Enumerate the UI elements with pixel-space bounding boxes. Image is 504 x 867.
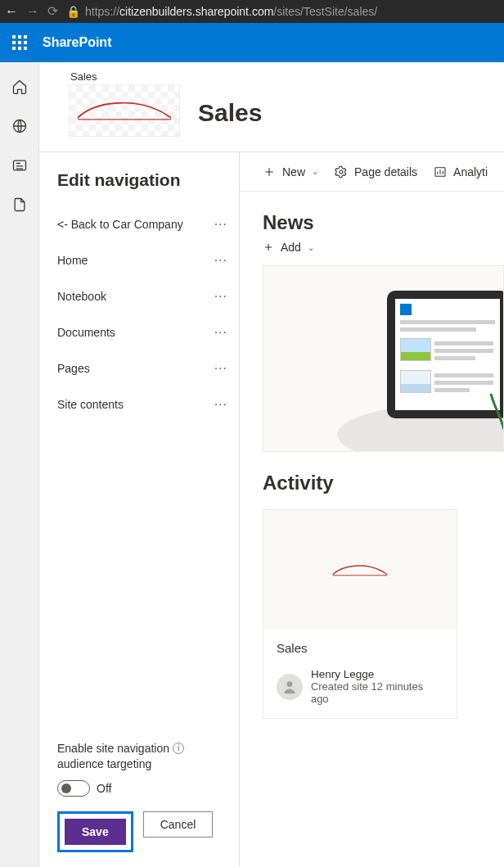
chevron-down-icon: ⌄ [308, 243, 314, 252]
news-icon[interactable] [11, 157, 28, 174]
nav-item-site-contents[interactable]: Site contents··· [57, 386, 232, 422]
audience-targeting-label: Enable site navigationaudience targeting… [57, 741, 232, 772]
more-icon[interactable]: ··· [214, 289, 232, 304]
car-logo-icon [331, 562, 389, 579]
nav-item-home[interactable]: Home··· [57, 242, 232, 278]
plus-icon [263, 165, 276, 178]
url-prefix: https:// [85, 5, 119, 18]
suite-brand[interactable]: SharePoint [39, 35, 111, 50]
more-icon[interactable]: ··· [214, 217, 232, 232]
app-launcher-icon[interactable] [0, 23, 39, 62]
more-icon[interactable]: ··· [214, 325, 232, 340]
nav-item-pages[interactable]: Pages··· [57, 350, 232, 386]
site-title: Sales [198, 99, 262, 127]
edit-nav-heading: Edit navigation [57, 170, 232, 190]
info-icon[interactable]: i [173, 743, 184, 754]
car-logo-icon [75, 96, 173, 125]
cancel-button[interactable]: Cancel [143, 811, 214, 838]
page-details-button[interactable]: Page details [335, 165, 417, 178]
site-logo[interactable] [69, 84, 180, 137]
activity-card[interactable]: Sales Henry Legge Created site 12 minute… [263, 509, 457, 719]
analytics-button[interactable]: Analyti [434, 165, 488, 178]
svg-point-4 [287, 681, 293, 687]
activity-card-title: Sales [277, 641, 443, 655]
nav-item-list: <- Back to Car Company··· Home··· Notebo… [57, 206, 232, 731]
url-host: citizenbuilders.sharepoint.com [119, 5, 273, 18]
save-button-highlight: Save [57, 811, 133, 852]
suite-header: SharePoint [0, 23, 504, 62]
chevron-down-icon: ⌄ [312, 167, 318, 176]
forward-icon[interactable]: → [26, 5, 39, 18]
toggle-state-label: Off [97, 782, 111, 795]
save-button[interactable]: Save [65, 819, 126, 845]
news-heading: News [263, 211, 504, 234]
address-bar[interactable]: 🔒 https://citizenbuilders.sharepoint.com… [66, 5, 499, 18]
more-icon[interactable]: ··· [214, 253, 232, 268]
activity-heading: Activity [263, 472, 504, 494]
svg-point-2 [340, 170, 343, 174]
avatar-icon [277, 674, 303, 700]
nav-item-notebook[interactable]: Notebook··· [57, 278, 232, 314]
activity-thumbnail [263, 510, 457, 630]
home-icon[interactable] [11, 79, 28, 95]
back-icon[interactable]: ← [5, 5, 18, 18]
gear-icon [335, 165, 348, 178]
app-rail [0, 62, 39, 867]
more-icon[interactable]: ··· [214, 361, 232, 376]
plant-illustration-icon [487, 377, 504, 443]
new-button[interactable]: New ⌄ [263, 165, 318, 178]
lock-icon: 🔒 [66, 5, 80, 18]
site-small-label: Sales [70, 70, 180, 83]
audience-targeting-toggle[interactable] [57, 780, 90, 797]
activity-subtitle: Created site 12 minutes ago [311, 680, 443, 705]
news-empty-illustration [263, 265, 504, 452]
globe-icon[interactable] [11, 118, 28, 134]
site-header: Sales Sales [39, 62, 504, 151]
nav-item-documents[interactable]: Documents··· [57, 314, 232, 350]
browser-toolbar: ← → ⟳ 🔒 https://citizenbuilders.sharepoi… [0, 0, 504, 23]
url-path: /sites/TestSite/sales/ [273, 5, 377, 18]
page-content: New ⌄ Page details Analyti News [240, 152, 504, 867]
reload-icon[interactable]: ⟳ [47, 5, 58, 18]
activity-author: Henry Legge [311, 668, 443, 680]
more-icon[interactable]: ··· [214, 397, 232, 412]
command-bar: New ⌄ Page details Analyti [240, 152, 504, 192]
chart-icon [434, 165, 447, 178]
news-add-button[interactable]: Add ⌄ [263, 241, 504, 254]
file-icon[interactable] [11, 196, 28, 213]
nav-item-back[interactable]: <- Back to Car Company··· [57, 206, 232, 242]
plus-icon [263, 242, 274, 253]
edit-navigation-panel: Edit navigation <- Back to Car Company··… [39, 152, 240, 867]
